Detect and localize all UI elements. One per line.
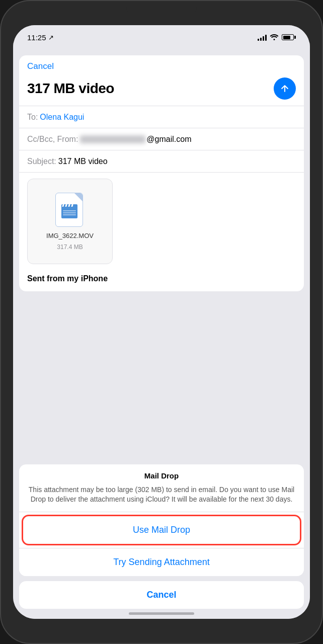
- battery-icon: [282, 34, 296, 40]
- notch: [126, 1, 197, 17]
- send-arrow-icon: [280, 84, 290, 94]
- phone-screen: 11:25 ↗: [13, 25, 310, 619]
- attachment-area: IMG_3622.MOV 317.4 MB: [19, 173, 304, 270]
- subject-label: Subject:: [27, 157, 56, 166]
- action-sheet-message: This attachment may be too large (302 MB…: [19, 483, 304, 512]
- compose-header: Cancel: [19, 55, 304, 75]
- attachment-filename: IMG_3622.MOV: [46, 232, 94, 239]
- compose-title: 317 MB video: [27, 80, 114, 97]
- use-mail-drop-button[interactable]: Use Mail Drop: [22, 515, 301, 545]
- subject-field-row: Subject: 317 MB video: [19, 150, 304, 173]
- action-sheet-title: Mail Drop: [19, 464, 304, 483]
- status-icons: [258, 33, 296, 42]
- action-sheet-main: Mail Drop This attachment may be too lar…: [19, 464, 304, 576]
- email-body: Sent from my iPhone: [19, 270, 304, 291]
- phone-frame: 11:25 ↗: [0, 0, 323, 644]
- location-icon: ↗: [48, 34, 54, 41]
- to-value[interactable]: Olena Kagui: [40, 113, 84, 122]
- attachment-thumb[interactable]: IMG_3622.MOV 317.4 MB: [27, 179, 113, 264]
- email-area: Cancel 317 MB video To: Olena Kagui: [13, 49, 310, 619]
- try-sending-attachment-button[interactable]: Try Sending Attachment: [19, 548, 304, 576]
- signal-bars-icon: [258, 34, 267, 41]
- cc-bcc-label: Cc/Bcc, From:: [27, 135, 78, 144]
- to-field-row: To: Olena Kagui: [19, 106, 304, 128]
- cc-bcc-field-row: Cc/Bcc, From: @gmail.com: [19, 128, 304, 150]
- attachment-filesize: 317.4 MB: [57, 244, 83, 251]
- action-sheet-overlay: Mail Drop This attachment may be too lar…: [13, 464, 310, 619]
- cancel-compose-button[interactable]: Cancel: [27, 61, 54, 71]
- to-label: To:: [27, 113, 38, 122]
- status-bar: 11:25 ↗: [13, 25, 310, 49]
- compose-fields: To: Olena Kagui Cc/Bcc, From: @gmail.com…: [19, 106, 304, 173]
- file-icon: [55, 193, 85, 228]
- compose-title-row: 317 MB video: [19, 75, 304, 106]
- email-compose: Cancel 317 MB video To: Olena Kagui: [19, 55, 304, 291]
- status-time: 11:25: [27, 33, 46, 42]
- email-blurred: [80, 135, 145, 143]
- status-time-area: 11:25 ↗: [27, 33, 54, 42]
- send-button[interactable]: [274, 77, 296, 100]
- email-suffix: @gmail.com: [146, 135, 191, 144]
- wifi-icon: [270, 33, 279, 42]
- email-body-text: Sent from my iPhone: [27, 274, 108, 283]
- cancel-action-button[interactable]: Cancel: [19, 581, 304, 609]
- subject-value[interactable]: 317 MB video: [58, 157, 108, 166]
- clapper-icon: [61, 204, 77, 218]
